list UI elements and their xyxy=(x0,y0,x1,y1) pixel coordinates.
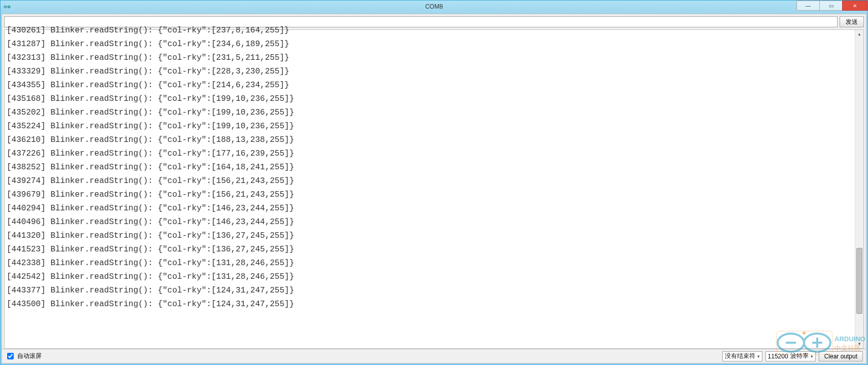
autoscroll-checkbox-label[interactable]: 自动滚屏 xyxy=(5,351,42,361)
output-pane: [430261] Blinker.readString(): {"col-rky… xyxy=(4,29,864,349)
footer-bar: 自动滚屏 没有结束符 ▾ 115200 波特率 ▾ Clear output xyxy=(2,349,866,363)
autoscroll-text: 自动滚屏 xyxy=(17,352,42,360)
client-area: 发送 [430261] Blinker.readString(): {"col-… xyxy=(2,14,866,363)
clear-output-button[interactable]: Clear output xyxy=(819,351,863,361)
chevron-down-icon: ▾ xyxy=(811,354,813,359)
autoscroll-checkbox[interactable] xyxy=(7,353,14,359)
baud-rate-select[interactable]: 115200 波特率 ▾ xyxy=(765,351,816,361)
window-title: COM8 xyxy=(1,3,867,10)
line-ending-select[interactable]: 没有结束符 ▾ xyxy=(722,351,762,361)
baud-rate-value: 115200 xyxy=(768,353,788,360)
chevron-down-icon: ▾ xyxy=(757,354,760,359)
minimize-button[interactable]: — xyxy=(796,1,820,11)
close-button[interactable]: ✕ xyxy=(842,1,867,11)
line-ending-value: 没有结束符 xyxy=(725,352,755,360)
scroll-thumb[interactable] xyxy=(856,248,862,314)
window-controls: — ▭ ✕ xyxy=(797,1,867,13)
serial-monitor-window: COM8 — ▭ ✕ 发送 [430261] Blinker.readStrin… xyxy=(0,0,868,365)
arduino-app-icon xyxy=(4,3,11,10)
scroll-up-arrow-icon[interactable]: ▲ xyxy=(855,30,863,39)
scroll-down-arrow-icon[interactable]: ▼ xyxy=(855,340,863,348)
vertical-scrollbar[interactable]: ▲ ▼ xyxy=(855,30,863,348)
baud-rate-label: 波特率 xyxy=(790,352,809,360)
serial-output-text[interactable]: [430261] Blinker.readString(): {"col-rky… xyxy=(5,23,855,348)
maximize-button[interactable]: ▭ xyxy=(819,1,843,11)
title-bar[interactable]: COM8 — ▭ ✕ xyxy=(1,1,867,13)
